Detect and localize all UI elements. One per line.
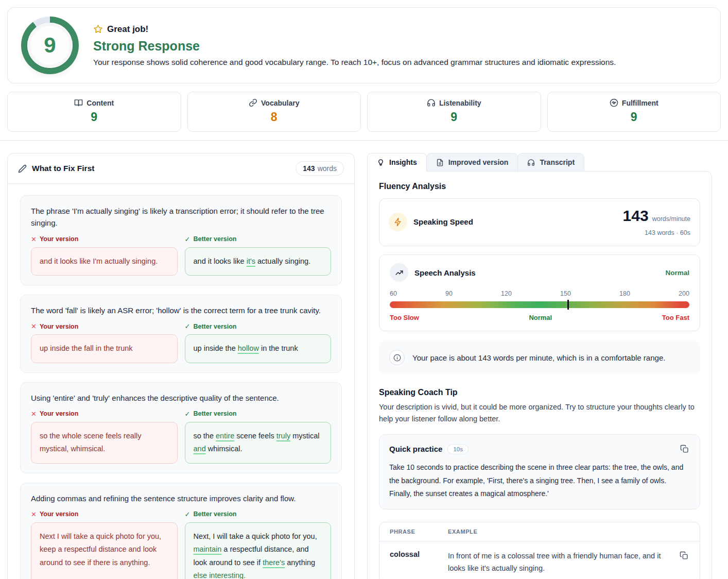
speaking-speed-card: Speaking Speed 143 words/minute 143 word… — [379, 198, 700, 246]
quick-practice-card: Quick practice 10s Take 10 seconds to pr… — [379, 434, 700, 509]
fix-card: Adding commas and refining the sentence … — [20, 483, 342, 579]
copy-icon — [680, 445, 689, 453]
better-version-label: ✓Better version — [185, 235, 332, 243]
tick: 60 — [390, 290, 397, 297]
tick: 150 — [560, 290, 571, 297]
speed-marker — [567, 300, 569, 310]
label-too-slow: Too Slow — [390, 314, 419, 321]
phrase-table: PHRASE EXAMPLE colossal In front of me i… — [379, 522, 700, 579]
fix-description: Using 'entire' and 'truly' enhances the … — [31, 392, 331, 404]
document-icon — [436, 159, 444, 166]
metric-value: 9 — [91, 110, 97, 124]
lightbulb-icon — [377, 159, 385, 166]
fix-card: The phrase 'I'm actually singing' is lik… — [20, 195, 342, 285]
word-count-badge: 143 words — [296, 161, 344, 176]
x-icon: ✕ — [31, 410, 37, 418]
x-icon: ✕ — [31, 510, 37, 518]
speech-analysis-title: Speech Analysis — [414, 268, 476, 277]
section-divider — [0, 140, 728, 141]
pencil-icon — [18, 164, 27, 173]
report-page: 9 Great job! Strong Response Your respon… — [0, 0, 728, 579]
summary-description: Your response shows solid coherence and … — [93, 58, 616, 67]
copy-button[interactable] — [679, 444, 690, 454]
label-too-fast: Too Fast — [662, 314, 689, 321]
fix-list: The phrase 'I'm actually singing' is lik… — [8, 184, 354, 579]
speed-value: 143 — [623, 207, 649, 225]
fix-card: The word 'fall' is likely an ASR error; … — [20, 295, 342, 373]
tick: 200 — [679, 290, 689, 297]
check-icon: ✓ — [185, 510, 190, 518]
insights-column: Insights Improved version Transcript Flu… — [367, 153, 712, 579]
check-icon: ✓ — [185, 410, 190, 418]
x-icon: ✕ — [31, 235, 37, 243]
metric-label: Vocabulary — [261, 99, 299, 107]
tick: 90 — [445, 290, 453, 297]
coach-tip-title: Speaking Coach Tip — [379, 388, 700, 397]
tab-transcript[interactable]: Transcript — [517, 153, 584, 172]
better-version-text: so the entire scene feels truly mystical… — [185, 422, 332, 464]
trend-up-icon — [395, 268, 404, 277]
speed-detail: 143 words · 60s — [623, 229, 690, 236]
summary-card: 9 Great job! Strong Response Your respon… — [7, 7, 721, 83]
table-row: colossal In front of me is a colossal tr… — [379, 541, 700, 579]
example-cell: In front of me is a colossal tree with a… — [448, 550, 679, 575]
copy-button[interactable] — [679, 550, 689, 561]
better-version-text: and it looks like it's actually singing. — [185, 247, 332, 276]
pace-note-text: Your pace is about 143 words per minute,… — [412, 353, 665, 362]
handshake-icon — [610, 98, 618, 107]
metric-label: Fulfillment — [622, 99, 658, 107]
tab-improved-version[interactable]: Improved version — [426, 153, 518, 172]
quick-practice-text: Take 10 seconds to practice describing t… — [389, 461, 690, 500]
praise-badge: Great job! — [107, 24, 148, 35]
metric-label: Listenability — [439, 99, 481, 107]
book-icon — [74, 98, 83, 107]
tab-bar: Insights Improved version Transcript — [367, 153, 712, 172]
fix-description: The phrase 'I'm actually singing' is lik… — [31, 205, 331, 229]
metric-value: 8 — [271, 110, 278, 124]
your-version-text: Next I will take a quick photo for you, … — [31, 522, 178, 579]
info-icon — [393, 354, 401, 362]
fix-description: Adding commas and refining the sentence … — [31, 492, 331, 504]
better-version-label: ✓Better version — [185, 322, 332, 330]
better-version-text: up inside the hollow in the trunk — [185, 334, 332, 363]
your-version-label: ✕Your version — [31, 510, 178, 518]
quick-practice-title: Quick practice — [389, 445, 442, 453]
pace-note: Your pace is about 143 words per minute,… — [379, 340, 700, 374]
insights-panel: Fluency Analysis Speaking Speed 143 word… — [367, 171, 712, 579]
x-icon: ✕ — [31, 322, 37, 330]
tick: 180 — [619, 290, 630, 297]
metric-value: 9 — [631, 110, 637, 124]
better-version-text: Next, I will take a quick photo for you,… — [185, 522, 332, 579]
your-version-text: up inside the fall in the trunk — [31, 334, 178, 363]
better-version-label: ✓Better version — [185, 410, 332, 418]
metric-card-listenability: Listenability 9 — [367, 92, 541, 132]
check-icon: ✓ — [185, 322, 190, 330]
speech-analysis-card: Speech Analysis Normal 60 90 120 150 180… — [379, 254, 700, 331]
better-version-label: ✓Better version — [185, 510, 332, 518]
fluency-analysis-title: Fluency Analysis — [379, 182, 700, 191]
metric-label: Content — [86, 99, 114, 107]
your-version-label: ✕Your version — [31, 235, 178, 243]
speech-status: Normal — [665, 269, 689, 277]
headphones-icon — [527, 159, 535, 166]
score-ring: 9 — [21, 16, 79, 74]
speaking-speed-title: Speaking Speed — [413, 217, 473, 226]
metric-cards: Content 9 Vocabulary 8 Listenability 9 F… — [7, 92, 721, 132]
headphones-icon — [427, 98, 436, 107]
your-version-text: and it looks like I'm actually singing. — [31, 247, 178, 276]
link-icon — [249, 98, 257, 107]
column-header-example: EXAMPLE — [448, 529, 689, 535]
tab-insights[interactable]: Insights — [367, 153, 427, 172]
metric-card-fulfillment: Fulfillment 9 — [547, 92, 721, 132]
fix-card: Using 'entire' and 'truly' enhances the … — [20, 382, 342, 473]
metric-card-vocabulary: Vocabulary 8 — [187, 92, 361, 132]
star-icon — [93, 24, 103, 34]
phrase-cell: colossal — [390, 550, 448, 558]
fix-panel: What to Fix First 143 words The phrase '… — [7, 153, 355, 579]
your-version-text: so the whole scene feels really mystical… — [31, 422, 178, 464]
column-header-phrase: PHRASE — [390, 529, 448, 535]
fix-description: The word 'fall' is likely an ASR error; … — [31, 304, 331, 316]
coach-tip-text: Your description is vivid, but it could … — [379, 401, 700, 425]
wpm-scale-ticks: 60 90 120 150 180 200 — [390, 290, 689, 297]
metric-card-content: Content 9 — [7, 92, 181, 132]
